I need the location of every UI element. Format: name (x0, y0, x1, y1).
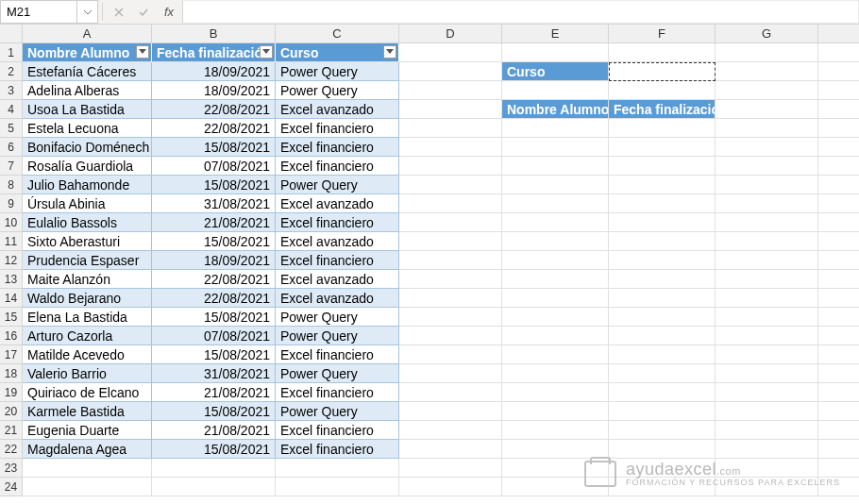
cell-F16[interactable] (609, 327, 716, 345)
cell-date-18[interactable]: 21/08/2021 (152, 383, 276, 402)
cell-E9[interactable] (502, 194, 609, 213)
cell-course-12[interactable]: Excel avanzado (276, 270, 399, 289)
cell-G14[interactable] (716, 289, 818, 308)
cell-G15[interactable] (716, 308, 818, 327)
cell-D22[interactable] (399, 440, 502, 459)
cell-date-14[interactable]: 15/08/2021 (152, 308, 276, 327)
cell-course-11[interactable]: Excel financiero (276, 251, 399, 270)
cell-D5[interactable] (399, 119, 502, 138)
cell-course-16[interactable]: Excel financiero (276, 345, 399, 364)
table-header-name[interactable]: Nombre Alumno (23, 43, 152, 62)
cell-D24[interactable] (399, 478, 502, 496)
row-header-9[interactable]: 9 (0, 194, 23, 213)
cell-name-3[interactable]: Usoa La Bastida (23, 100, 152, 119)
cell-E12[interactable] (502, 251, 609, 270)
cell-H19[interactable] (818, 383, 859, 402)
cell-F12[interactable] (609, 251, 716, 270)
cell-course-20[interactable]: Excel financiero (276, 421, 399, 440)
cell-H13[interactable] (818, 270, 859, 289)
cell-course-8[interactable]: Excel avanzado (276, 194, 399, 213)
cell-date-19[interactable]: 15/08/2021 (152, 402, 276, 421)
row-header-14[interactable]: 14 (0, 289, 23, 308)
cell-E18[interactable] (502, 364, 609, 383)
cell-H24[interactable] (818, 478, 859, 496)
cell-H2[interactable] (818, 62, 859, 81)
cell-date-1[interactable]: 18/09/2021 (152, 62, 276, 81)
row-header-8[interactable]: 8 (0, 176, 23, 194)
cell-F24[interactable] (609, 478, 716, 496)
cell-date-9[interactable]: 21/08/2021 (152, 213, 276, 232)
cell-D2[interactable] (399, 62, 502, 81)
cell-E20[interactable] (502, 402, 609, 421)
cell-E5[interactable] (502, 119, 609, 138)
select-all-corner[interactable] (0, 25, 23, 43)
cell-F15[interactable] (609, 308, 716, 327)
cell-G4[interactable] (716, 100, 818, 119)
cell-E13[interactable] (502, 270, 609, 289)
row-header-12[interactable]: 12 (0, 251, 23, 270)
cell-E10[interactable] (502, 213, 609, 232)
cell-name-4[interactable]: Estela Lecuona (23, 119, 152, 138)
cell-F13[interactable] (609, 270, 716, 289)
cell-D4[interactable] (399, 100, 502, 119)
cell-F22[interactable] (609, 440, 716, 459)
filter-dropdown-icon[interactable] (260, 45, 273, 59)
cell-F7[interactable] (609, 157, 716, 176)
cell-G13[interactable] (716, 270, 818, 289)
cell-course-19[interactable]: Power Query (276, 402, 399, 421)
cell-G12[interactable] (716, 251, 818, 270)
column-header-C[interactable]: C (276, 25, 399, 43)
name-box-dropdown[interactable] (77, 0, 98, 24)
cell-date-7[interactable]: 15/08/2021 (152, 176, 276, 194)
name-box[interactable]: M21 (0, 0, 77, 24)
cell-H15[interactable] (818, 308, 859, 327)
cell-H11[interactable] (818, 232, 859, 251)
cell-G11[interactable] (716, 232, 818, 251)
cell-course-3[interactable]: Excel avanzado (276, 100, 399, 119)
table-header-course[interactable]: Curso (276, 43, 399, 62)
cell-E22[interactable] (502, 440, 609, 459)
cell-H7[interactable] (818, 157, 859, 176)
cell-course-17[interactable]: Power Query (276, 364, 399, 383)
column-header-B[interactable]: B (152, 25, 276, 43)
cell-G1[interactable] (716, 43, 818, 62)
cell-F9[interactable] (609, 194, 716, 213)
cell-E8[interactable] (502, 176, 609, 194)
cell-course-21[interactable]: Excel financiero (276, 440, 399, 459)
cell-name-9[interactable]: Eulalio Bassols (23, 213, 152, 232)
cell-date-11[interactable]: 18/09/2021 (152, 251, 276, 270)
cell-name-12[interactable]: Maite Alanzón (23, 270, 152, 289)
row-header-22[interactable]: 22 (0, 440, 23, 459)
cell-date-21[interactable]: 15/08/2021 (152, 440, 276, 459)
cell-H14[interactable] (818, 289, 859, 308)
cancel-formula-button[interactable] (107, 0, 131, 24)
cell-G22[interactable] (716, 440, 818, 459)
column-header-A[interactable]: A (23, 25, 152, 43)
cell-course-4[interactable]: Excel financiero (276, 119, 399, 138)
cell-D7[interactable] (399, 157, 502, 176)
column-header-G[interactable]: G (716, 25, 818, 43)
cell-F3[interactable] (609, 81, 716, 100)
row-header-13[interactable]: 13 (0, 270, 23, 289)
cell-E24[interactable] (502, 478, 609, 496)
cell-E11[interactable] (502, 232, 609, 251)
cell-name-18[interactable]: Quiriaco de Elcano (23, 383, 152, 402)
cell-D20[interactable] (399, 402, 502, 421)
cell-H4[interactable] (818, 100, 859, 119)
summary-header-nombre[interactable]: Nombre Alumno (502, 100, 609, 119)
cell-G24[interactable] (716, 478, 818, 496)
cell-name-20[interactable]: Eugenia Duarte (23, 421, 152, 440)
cell-name-7[interactable]: Julio Bahamonde (23, 176, 152, 194)
cell-G8[interactable] (716, 176, 818, 194)
summary-value-curso[interactable] (609, 62, 716, 81)
cell-C24[interactable] (276, 478, 399, 496)
cell-date-12[interactable]: 22/08/2021 (152, 270, 276, 289)
cell-G2[interactable] (716, 62, 818, 81)
row-header-6[interactable]: 6 (0, 138, 23, 157)
cell-name-21[interactable]: Magdalena Agea (23, 440, 152, 459)
cell-H23[interactable] (818, 459, 859, 478)
cell-date-4[interactable]: 22/08/2021 (152, 119, 276, 138)
column-header-E[interactable]: E (502, 25, 609, 43)
cell-date-3[interactable]: 22/08/2021 (152, 100, 276, 119)
cell-D19[interactable] (399, 383, 502, 402)
